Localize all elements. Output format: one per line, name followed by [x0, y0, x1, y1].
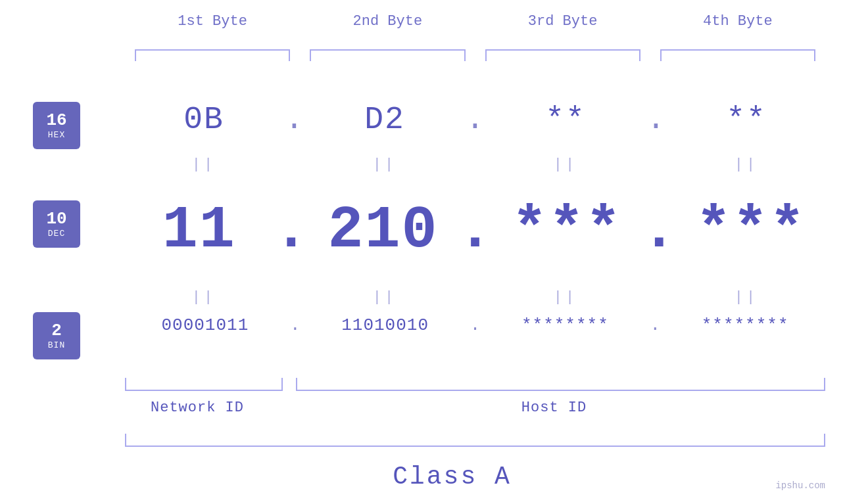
- main-container: 1st Byte 2nd Byte 3rd Byte 4th Byte 16 H…: [0, 0, 845, 504]
- bin-dot-3: .: [645, 315, 665, 335]
- hex-val-3: **: [487, 102, 644, 137]
- eq1-2: ||: [306, 156, 464, 173]
- hex-dot-1: .: [283, 102, 306, 137]
- hex-row: 0B . D2 . ** . **: [125, 102, 825, 137]
- col-header-1: 1st Byte: [125, 13, 300, 30]
- dec-val-1: 11: [125, 197, 274, 264]
- hex-val-1: 0B: [125, 102, 283, 137]
- hex-dot-3: .: [644, 102, 667, 137]
- eq2-2: ||: [306, 289, 464, 306]
- eq1-3: ||: [487, 156, 644, 173]
- bracket-spacer: [283, 378, 296, 391]
- col-header-4: 4th Byte: [650, 13, 825, 30]
- dec-badge: 10 DEC: [33, 200, 80, 248]
- equals-row-2: || || || ||: [125, 289, 825, 306]
- network-id-label: Network ID: [125, 400, 270, 416]
- eq2-3: ||: [487, 289, 644, 306]
- class-bracket: [125, 434, 825, 447]
- network-bracket: [125, 378, 283, 391]
- host-bracket: [296, 378, 825, 391]
- hex-dot-2: .: [464, 102, 487, 137]
- dec-dot-1: .: [274, 197, 309, 264]
- top-brackets: [125, 49, 825, 61]
- class-label: Class A: [125, 463, 779, 491]
- bin-row: 00001011 . 11010010 . ******** . *******…: [125, 315, 825, 335]
- host-id-label: Host ID: [283, 400, 825, 416]
- dec-val-3: ***: [493, 197, 642, 264]
- dec-dot-3: .: [641, 197, 677, 264]
- bin-badge-number: 2: [51, 321, 62, 340]
- bin-val-2: 11010010: [305, 315, 466, 335]
- column-headers: 1st Byte 2nd Byte 3rd Byte 4th Byte: [125, 13, 825, 30]
- dec-badge-number: 10: [46, 210, 66, 229]
- eq2-1: ||: [125, 289, 283, 306]
- eq2-4: ||: [667, 289, 825, 306]
- hex-badge-number: 16: [46, 111, 66, 130]
- bracket-1: [135, 49, 290, 61]
- bin-val-3: ********: [485, 315, 646, 335]
- hex-val-4: **: [667, 102, 825, 137]
- eq1-4: ||: [667, 156, 825, 173]
- id-labels: Network ID Host ID: [125, 400, 825, 416]
- bottom-brackets-container: [125, 378, 825, 391]
- dec-val-4: ***: [677, 197, 825, 264]
- bracket-4: [660, 49, 815, 61]
- bracket-2: [310, 49, 465, 61]
- col-header-3: 3rd Byte: [475, 13, 650, 30]
- eq1-1: ||: [125, 156, 283, 173]
- col-header-2: 2nd Byte: [300, 13, 475, 30]
- dec-val-2: 210: [309, 197, 458, 264]
- bin-badge-label: BIN: [48, 340, 65, 350]
- bracket-3: [485, 49, 640, 61]
- equals-row-1: || || || ||: [125, 156, 825, 173]
- dec-row: 11 . 210 . *** . ***: [125, 197, 825, 264]
- bin-val-4: ********: [665, 315, 825, 335]
- dec-badge-label: DEC: [48, 229, 65, 239]
- bin-badge: 2 BIN: [33, 312, 80, 359]
- bin-dot-1: .: [285, 315, 305, 335]
- hex-val-2: D2: [306, 102, 464, 137]
- hex-badge: 16 HEX: [33, 102, 80, 149]
- bin-dot-2: .: [466, 315, 485, 335]
- hex-badge-label: HEX: [48, 130, 65, 140]
- watermark: ipshu.com: [775, 480, 825, 491]
- bin-val-1: 00001011: [125, 315, 285, 335]
- dec-dot-2: .: [457, 197, 493, 264]
